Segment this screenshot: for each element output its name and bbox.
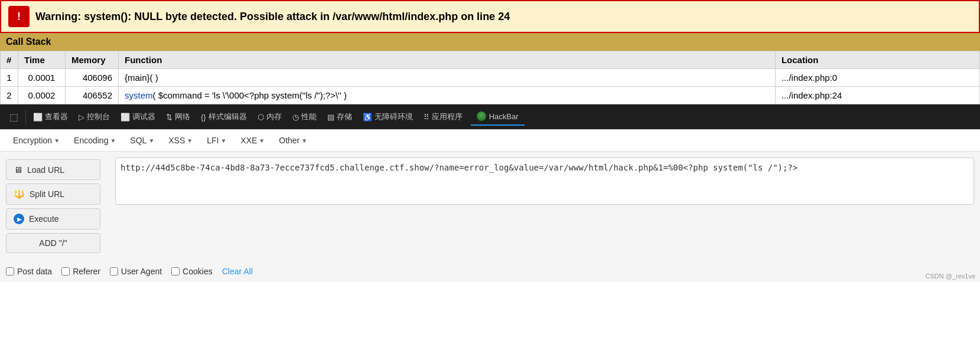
devtools-application[interactable]: ⠿ 应用程序 bbox=[419, 108, 467, 126]
encryption-arrow-icon: ▼ bbox=[54, 137, 60, 144]
devtools-bar: ⬚ ⬜ 查看器 ▷ 控制台 ⬜ 调试器 ⇅ 网络 {} 样式编辑器 ⬡ 内存 ◷… bbox=[0, 104, 980, 129]
row1-function: {main}( ) bbox=[119, 69, 776, 87]
devtools-hackbar[interactable]: HackBar bbox=[471, 108, 525, 126]
storage-icon: ▤ bbox=[327, 113, 334, 122]
col-header-memory: Memory bbox=[66, 51, 119, 69]
xxe-arrow-icon: ▼ bbox=[259, 137, 265, 144]
devtools-style-editor[interactable]: {} 样式编辑器 bbox=[196, 108, 252, 126]
hackbar-area: Encryption ▼ Encoding ▼ SQL ▼ XSS ▼ LFI … bbox=[0, 129, 980, 282]
call-stack-header: Call Stack bbox=[0, 33, 980, 51]
warning-icon: ! bbox=[8, 6, 30, 27]
hackbar-menubar: Encryption ▼ Encoding ▼ SQL ▼ XSS ▼ LFI … bbox=[0, 130, 980, 152]
user-agent-label: User Agent bbox=[121, 267, 162, 276]
menu-sql[interactable]: SQL ▼ bbox=[124, 133, 160, 147]
debugger-icon: ⬜ bbox=[121, 113, 130, 122]
user-agent-checkbox-item[interactable]: User Agent bbox=[110, 267, 162, 276]
application-icon: ⠿ bbox=[424, 113, 429, 122]
other-arrow-icon: ▼ bbox=[301, 137, 307, 144]
row2-function: system( $command = 'ls \'\000<?php syste… bbox=[119, 87, 776, 104]
devtools-debugger[interactable]: ⬜ 调试器 bbox=[116, 108, 160, 126]
post-data-checkbox-item[interactable]: Post data bbox=[6, 267, 52, 276]
warning-banner: ! Warning: system(): NULL byte detected.… bbox=[0, 0, 980, 33]
devtools-performance[interactable]: ◷ 性能 bbox=[288, 108, 321, 126]
system-link[interactable]: system bbox=[125, 90, 153, 100]
accessibility-icon: ♿ bbox=[363, 113, 372, 122]
row2-time: 0.0002 bbox=[18, 87, 66, 104]
hackbar-main: 🖥 Load URL 🔱 Split URL ▶ Execute ADD "/" bbox=[0, 152, 980, 261]
devtools-console[interactable]: ▷ 控制台 bbox=[74, 108, 115, 126]
cookies-label: Cookies bbox=[183, 267, 213, 276]
sql-arrow-icon: ▼ bbox=[148, 137, 154, 144]
execute-button[interactable]: ▶ Execute bbox=[6, 208, 100, 229]
devtools-storage[interactable]: ▤ 存储 bbox=[323, 108, 357, 126]
console-icon: ▷ bbox=[79, 113, 84, 122]
referer-checkbox[interactable] bbox=[61, 267, 70, 276]
split-url-icon: 🔱 bbox=[14, 189, 25, 199]
user-agent-checkbox[interactable] bbox=[110, 267, 118, 276]
referer-checkbox-item[interactable]: Referer bbox=[61, 267, 100, 276]
row2-memory: 406552 bbox=[66, 87, 119, 104]
col-header-function: Function bbox=[119, 51, 776, 69]
table-row: 2 0.0002 406552 system( $command = 'ls \… bbox=[1, 87, 980, 104]
col-header-time: Time bbox=[18, 51, 66, 69]
lfi-arrow-icon: ▼ bbox=[220, 137, 226, 144]
devtools-inspector[interactable]: ⬜ 查看器 bbox=[28, 108, 73, 126]
hackbar-buttons-panel: 🖥 Load URL 🔱 Split URL ▶ Execute ADD "/" bbox=[0, 152, 115, 261]
add-slash-button[interactable]: ADD "/" bbox=[6, 233, 100, 253]
cookies-checkbox[interactable] bbox=[171, 267, 180, 276]
hackbar-globe-icon bbox=[477, 112, 486, 121]
style-editor-icon: {} bbox=[201, 113, 206, 122]
row2-num: 2 bbox=[1, 87, 18, 104]
network-icon: ⇅ bbox=[166, 113, 172, 122]
encoding-arrow-icon: ▼ bbox=[110, 137, 116, 144]
error-table: # Time Memory Function Location 1 0.0001… bbox=[0, 51, 980, 104]
clear-all-button[interactable]: Clear All bbox=[222, 267, 253, 276]
devtools-network[interactable]: ⇅ 网络 bbox=[161, 108, 195, 126]
devtools-memory[interactable]: ⬡ 内存 bbox=[253, 108, 286, 126]
row1-time: 0.0001 bbox=[18, 69, 66, 87]
menu-lfi[interactable]: LFI ▼ bbox=[201, 133, 232, 147]
col-header-location: Location bbox=[775, 51, 979, 69]
row2-location: .../index.php:24 bbox=[775, 87, 979, 104]
inspector-icon: ⬜ bbox=[33, 113, 43, 122]
menu-encryption[interactable]: Encryption ▼ bbox=[7, 133, 66, 147]
devtools-sep1 bbox=[25, 110, 26, 124]
post-data-label: Post data bbox=[17, 267, 52, 276]
row1-num: 1 bbox=[1, 69, 18, 87]
menu-xss[interactable]: XSS ▼ bbox=[162, 133, 198, 147]
table-row: 1 0.0001 406096 {main}( ) .../index.php:… bbox=[1, 69, 980, 87]
col-header-num: # bbox=[1, 51, 18, 69]
menu-xxe[interactable]: XXE ▼ bbox=[235, 133, 271, 147]
post-data-checkbox[interactable] bbox=[6, 267, 14, 276]
referer-label: Referer bbox=[73, 267, 100, 276]
row1-memory: 406096 bbox=[66, 69, 119, 87]
menu-encoding[interactable]: Encoding ▼ bbox=[68, 133, 122, 147]
menu-other[interactable]: Other ▼ bbox=[273, 133, 313, 147]
xss-arrow-icon: ▼ bbox=[187, 137, 193, 144]
cookies-checkbox-item[interactable]: Cookies bbox=[171, 267, 213, 276]
memory-icon: ⬡ bbox=[258, 113, 264, 122]
performance-icon: ◷ bbox=[292, 113, 299, 122]
execute-play-icon: ▶ bbox=[14, 214, 24, 224]
load-url-button[interactable]: 🖥 Load URL bbox=[6, 159, 100, 180]
load-url-icon: 🖥 bbox=[14, 165, 22, 175]
responsive-icon: ⬚ bbox=[9, 112, 18, 123]
devtools-responsive-icon[interactable]: ⬚ bbox=[5, 108, 23, 126]
url-input[interactable] bbox=[115, 158, 974, 205]
hackbar-bottom-bar: Post data Referer User Agent Cookies Cle… bbox=[0, 261, 980, 282]
devtools-accessibility[interactable]: ♿ 无障碍环境 bbox=[358, 108, 418, 126]
hackbar-input-area bbox=[115, 152, 980, 261]
row1-location: .../index.php:0 bbox=[775, 69, 979, 87]
split-url-button[interactable]: 🔱 Split URL bbox=[6, 183, 100, 205]
csdn-watermark: CSDN @_rev1ve bbox=[925, 273, 975, 280]
warning-text: Warning: system(): NULL byte detected. P… bbox=[35, 11, 510, 23]
